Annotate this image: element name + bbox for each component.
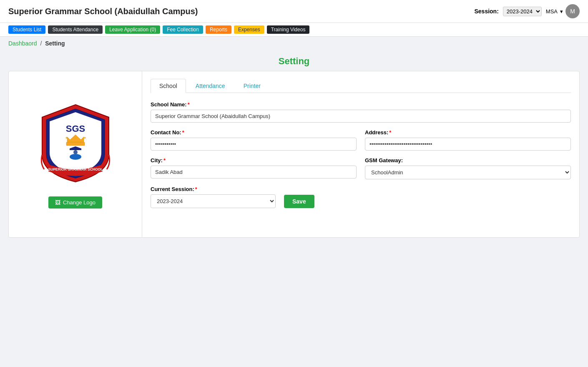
nav-students-attendance[interactable]: Students Attendance <box>48 25 103 34</box>
avatar: M <box>565 4 580 18</box>
required-star-5: * <box>195 186 197 192</box>
nav-reports[interactable]: Reports <box>206 25 231 34</box>
session-save-row: Current Session:* 2023-2024 2022-2023 20… <box>151 186 571 208</box>
tab-printer[interactable]: Printer <box>235 79 269 93</box>
school-name-input[interactable] <box>151 110 571 123</box>
breadcrumb: Dashbaord / Setting <box>0 37 588 50</box>
header-right: Session: 2023-2024 2022-2023 2021-2022 M… <box>474 4 580 18</box>
current-session-label: Current Session:* <box>151 186 276 192</box>
school-name-label: School Name:* <box>151 101 571 108</box>
app-title: Superior Grammar School (Abaidullah Camp… <box>8 7 198 16</box>
tab-school[interactable]: School <box>151 79 186 93</box>
breadcrumb-separator: / <box>40 40 42 47</box>
save-button[interactable]: Save <box>284 195 314 208</box>
current-session-col: Current Session:* 2023-2024 2022-2023 20… <box>151 186 276 208</box>
image-icon: 🖼 <box>55 199 60 206</box>
session-label: Session: <box>474 8 498 15</box>
svg-rect-2 <box>66 142 85 146</box>
address-input[interactable] <box>365 138 571 151</box>
dropdown-icon: ▾ <box>560 8 563 15</box>
main-content: SGS ★ ★ <box>0 71 588 246</box>
school-name-group: School Name:* <box>151 101 571 123</box>
content-card: SGS ★ ★ <box>8 71 580 238</box>
tab-attendance[interactable]: Attendance <box>187 79 234 93</box>
change-logo-label: Change Logo <box>63 199 95 206</box>
header: Superior Grammar School (Abaidullah Camp… <box>0 0 588 23</box>
city-col: City:* <box>151 157 357 179</box>
session-select[interactable]: 2023-2024 2022-2023 2021-2022 <box>503 7 542 16</box>
gsm-select[interactable]: SchoolAdmin None <box>365 166 571 179</box>
svg-text:★: ★ <box>83 136 86 140</box>
svg-text:SGS: SGS <box>65 123 85 134</box>
required-star-3: * <box>389 129 391 136</box>
left-panel: SGS ★ ★ <box>9 71 142 237</box>
user-menu[interactable]: MSA ▾ M <box>546 4 580 18</box>
breadcrumb-current: Setting <box>45 40 65 47</box>
breadcrumb-dashboard[interactable]: Dashbaord <box>8 40 37 47</box>
navbar: Students List Students Attendance Leave … <box>0 23 588 37</box>
nav-expenses[interactable]: Expenses <box>234 25 264 34</box>
svg-text:★: ★ <box>65 136 68 140</box>
required-star-2: * <box>182 129 184 136</box>
contact-col: Contact No:* <box>151 129 357 151</box>
address-col: Address:* <box>365 129 571 151</box>
page-title: Setting <box>0 50 588 71</box>
gsm-label: GSM Gateway: <box>365 157 571 163</box>
svg-point-8 <box>70 154 81 160</box>
nav-leave-application[interactable]: Leave Application (0) <box>105 25 160 34</box>
address-label: Address:* <box>365 129 571 136</box>
school-logo: SGS ★ ★ <box>38 101 113 184</box>
nav-students-list[interactable]: Students List <box>8 25 45 34</box>
city-label: City:* <box>151 157 357 163</box>
svg-text:SUPERIOR GRAMMAR SCHOOL: SUPERIOR GRAMMAR SCHOOL <box>48 167 103 171</box>
contact-input[interactable] <box>151 138 357 151</box>
svg-rect-5 <box>70 148 81 150</box>
svg-point-7 <box>73 150 78 154</box>
logo-area: SGS ★ ★ <box>38 101 113 184</box>
contact-address-row: Contact No:* Address:* <box>151 129 571 151</box>
contact-label: Contact No:* <box>151 129 357 136</box>
nav-training-videos[interactable]: Training Videos <box>267 25 310 34</box>
change-logo-button[interactable]: 🖼 Change Logo <box>48 196 102 209</box>
current-session-select[interactable]: 2023-2024 2022-2023 2021-2022 <box>151 194 276 208</box>
nav-fee-collection[interactable]: Fee Collection <box>163 25 203 34</box>
right-panel: School Attendance Printer School Name:* … <box>142 71 579 237</box>
city-gsm-row: City:* GSM Gateway: SchoolAdmin None <box>151 157 571 179</box>
city-input[interactable] <box>151 166 357 178</box>
gsm-col: GSM Gateway: SchoolAdmin None <box>365 157 571 179</box>
required-star: * <box>188 101 190 108</box>
required-star-4: * <box>163 157 166 163</box>
tabs-container: School Attendance Printer <box>151 75 571 93</box>
user-name: MSA <box>546 8 558 15</box>
